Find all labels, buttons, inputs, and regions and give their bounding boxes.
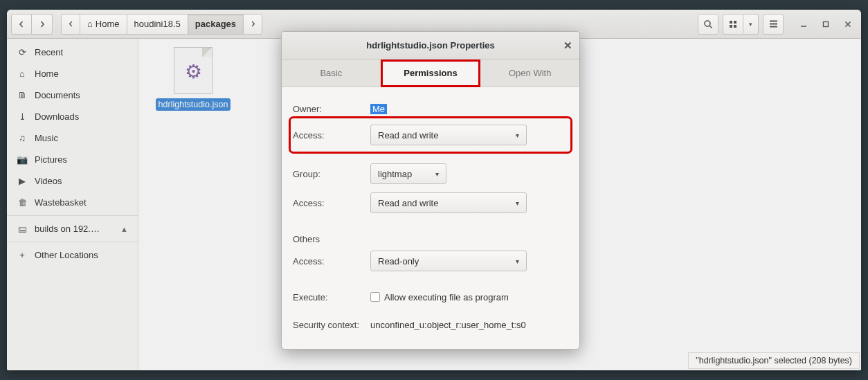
row-others-access: Access: Read-only bbox=[293, 246, 568, 275]
sidebar-item-label: Documents bbox=[35, 90, 80, 100]
svg-rect-5 bbox=[734, 25, 736, 28]
grid-icon bbox=[729, 20, 737, 28]
dialog-close-button[interactable]: ✕ bbox=[563, 39, 572, 52]
chevron-right-icon bbox=[250, 21, 256, 27]
dialog-tabs: Basic Permissions Open With bbox=[282, 60, 579, 87]
label-group: Group: bbox=[293, 169, 370, 179]
owner-access-value: Read and write bbox=[378, 130, 438, 141]
owner-value: Me bbox=[370, 104, 387, 114]
recent-icon: ⟳ bbox=[17, 47, 28, 57]
sidebar-item-label: Videos bbox=[35, 176, 62, 186]
row-security-context: Security context: unconfined_u:object_r:… bbox=[293, 313, 568, 336]
sidebar-item-pictures[interactable]: 📷 Pictures bbox=[7, 149, 138, 170]
row-group: Group: lightmap bbox=[293, 159, 568, 188]
path-seg-2[interactable]: packages bbox=[188, 14, 244, 35]
tab-open-with[interactable]: Open With bbox=[480, 60, 579, 87]
sidebar-item-label: builds on 192.… bbox=[35, 224, 100, 234]
sidebar-item-label: Downloads bbox=[35, 111, 79, 122]
forward-button[interactable] bbox=[32, 14, 53, 35]
path-next-button[interactable] bbox=[243, 14, 262, 35]
tab-permissions[interactable]: Permissions bbox=[381, 60, 481, 87]
svg-point-0 bbox=[705, 21, 710, 26]
owner-access-select[interactable]: Read and write bbox=[370, 125, 527, 145]
group-access-select[interactable]: Read and write bbox=[370, 192, 527, 213]
label-others: Others bbox=[293, 234, 370, 244]
row-owner-access: Access: Read and write bbox=[293, 120, 568, 150]
others-access-select[interactable]: Read-only bbox=[370, 251, 527, 271]
hamburger-menu-button[interactable] bbox=[763, 14, 784, 35]
file-item[interactable]: ⚙ hdrlightstudio.json bbox=[152, 47, 234, 111]
home-icon: ⌂ bbox=[17, 69, 28, 79]
row-owner: Owner: Me bbox=[293, 97, 568, 120]
sidebar-item-other-locations[interactable]: + Other Locations bbox=[7, 244, 138, 266]
group-value: lightmap bbox=[378, 169, 412, 179]
sidebar-item-music[interactable]: ♫ Music bbox=[7, 127, 138, 149]
sidebar-item-label: Home bbox=[35, 69, 59, 79]
chevron-left-icon bbox=[18, 21, 25, 28]
view-options-button[interactable]: ▾ bbox=[743, 14, 759, 35]
documents-icon: 🗎 bbox=[17, 90, 28, 100]
path-seg-1[interactable]: houdini18.5 bbox=[127, 14, 188, 35]
right-controls: ▾ bbox=[698, 14, 857, 35]
sidebar-item-label: Other Locations bbox=[35, 250, 98, 260]
group-select[interactable]: lightmap bbox=[370, 163, 446, 184]
path-home-label: Home bbox=[96, 19, 120, 29]
videos-icon: ▶ bbox=[17, 176, 28, 186]
gear-icon: ⚙ bbox=[185, 60, 202, 83]
disk-icon: 🖴 bbox=[17, 224, 28, 234]
sidebar-separator bbox=[7, 215, 138, 216]
trash-icon: 🗑 bbox=[17, 197, 28, 208]
status-bar: "hdrlightstudio.json" selected (208 byte… bbox=[688, 352, 860, 369]
music-icon: ♫ bbox=[17, 133, 28, 143]
tab-basic[interactable]: Basic bbox=[282, 60, 381, 87]
search-button[interactable] bbox=[698, 14, 718, 35]
sidebar-item-label: Music bbox=[35, 133, 58, 143]
view-grid-button[interactable] bbox=[723, 14, 743, 35]
checkbox-icon bbox=[370, 292, 380, 302]
hamburger-icon bbox=[769, 20, 778, 28]
properties-dialog: hdrlightstudio.json Properties ✕ Basic P… bbox=[281, 31, 580, 350]
sidebar-item-network-mount[interactable]: 🖴 builds on 192.… ▲ bbox=[7, 218, 138, 239]
json-file-icon: ⚙ bbox=[174, 47, 213, 94]
label-execute: Execute: bbox=[293, 292, 370, 302]
security-context-value: unconfined_u:object_r:user_home_t:s0 bbox=[370, 320, 526, 330]
chevron-down-icon: ▾ bbox=[749, 21, 752, 28]
sidebar: ⟳ Recent ⌂ Home 🗎 Documents ⤓ Downloads … bbox=[7, 39, 138, 370]
sidebar-item-downloads[interactable]: ⤓ Downloads bbox=[7, 106, 138, 127]
plus-icon: + bbox=[17, 250, 28, 260]
close-window-button[interactable] bbox=[839, 15, 857, 33]
svg-rect-4 bbox=[730, 25, 732, 28]
dialog-body: Owner: Me Access: Read and write Group: … bbox=[282, 87, 579, 349]
sidebar-item-recent[interactable]: ⟳ Recent bbox=[7, 42, 138, 63]
path-seg-2-label: packages bbox=[195, 19, 236, 29]
eject-icon[interactable]: ▲ bbox=[120, 225, 128, 233]
group-access-value: Read and write bbox=[378, 198, 438, 208]
sidebar-item-videos[interactable]: ▶ Videos bbox=[7, 170, 138, 192]
svg-rect-2 bbox=[730, 21, 732, 24]
svg-line-1 bbox=[709, 26, 712, 28]
svg-rect-3 bbox=[734, 21, 736, 24]
pictures-icon: 📷 bbox=[17, 154, 28, 165]
home-icon: ⌂ bbox=[87, 19, 93, 29]
downloads-icon: ⤓ bbox=[17, 111, 28, 122]
back-button[interactable] bbox=[11, 14, 32, 35]
close-icon bbox=[844, 21, 851, 28]
svg-rect-10 bbox=[824, 21, 829, 26]
path-prev-button[interactable] bbox=[61, 14, 80, 35]
sidebar-item-label: Wastebasket bbox=[35, 197, 87, 208]
dialog-title: hdrlightstudio.json Properties bbox=[366, 40, 495, 51]
maximize-button[interactable] bbox=[817, 15, 835, 33]
path-home[interactable]: ⌂ Home bbox=[80, 14, 127, 35]
minimize-icon bbox=[800, 21, 807, 28]
sidebar-item-documents[interactable]: 🗎 Documents bbox=[7, 84, 138, 106]
chevron-left-icon bbox=[68, 21, 74, 27]
sidebar-item-label: Pictures bbox=[35, 154, 67, 165]
minimize-button[interactable] bbox=[795, 15, 813, 33]
sidebar-item-home[interactable]: ⌂ Home bbox=[7, 63, 138, 84]
execute-checkbox[interactable]: Allow executing file as program bbox=[370, 292, 509, 302]
chevron-right-icon bbox=[39, 21, 46, 28]
label-owner: Owner: bbox=[293, 104, 370, 114]
path-seg-1-label: houdini18.5 bbox=[134, 19, 181, 29]
sidebar-item-wastebasket[interactable]: 🗑 Wastebasket bbox=[7, 192, 138, 213]
label-security: Security context: bbox=[293, 320, 370, 330]
